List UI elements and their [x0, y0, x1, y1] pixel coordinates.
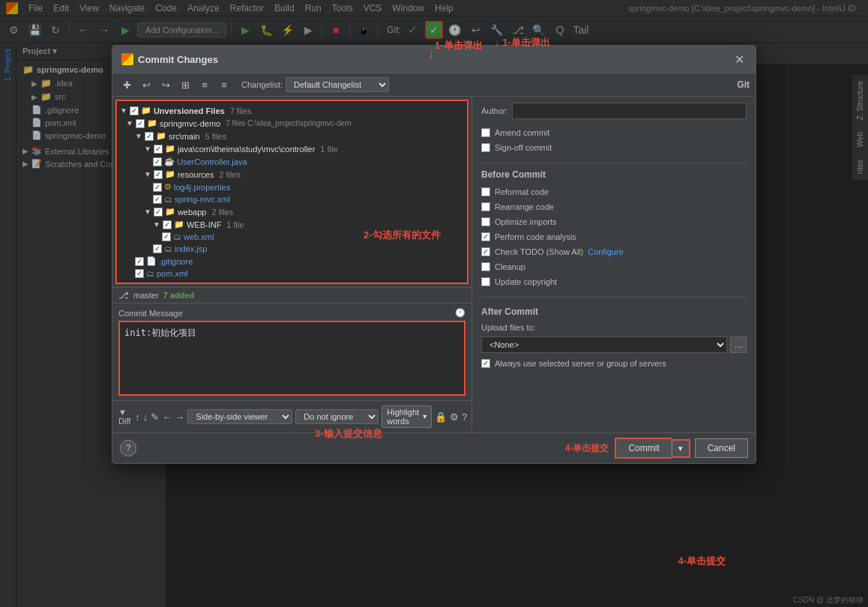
file-item-springmvc[interactable]: ▼ 📁 springmvc-demo 7 files C:\idea_proje…: [117, 117, 467, 130]
commit-msg-clock-icon[interactable]: 🕐: [455, 308, 465, 318]
changelist-label: Changelist:: [241, 80, 283, 89]
webapp-count: 2 files: [211, 208, 233, 217]
checkbox-srcmain[interactable]: [145, 132, 154, 141]
gitignore-label: .gitignore: [159, 257, 193, 266]
perform-code-analysis-checkbox[interactable]: [481, 232, 490, 241]
reformat-row: Reformat code: [481, 186, 747, 198]
commit-msg-label-row: Commit Message 🕐: [118, 308, 465, 318]
file-item-unversioned[interactable]: ▼ 📁 Unversioned Files 7 files: [117, 104, 467, 117]
dlg-collapse-btn[interactable]: ≡: [216, 76, 232, 93]
diff-viewer-select[interactable]: Side-by-side viewer: [187, 409, 292, 424]
optimize-label: Optimize imports: [495, 217, 557, 226]
diff-label: Diff: [118, 417, 130, 426]
srcmain-count: 5 files: [205, 132, 226, 141]
commit-dialog: Commit Changes ✕ ✚ ↩ ↪ ⊞ ≡ ≡ Changelist:…: [112, 45, 756, 464]
checkbox-springmvc[interactable]: [136, 119, 145, 128]
diff-ignore-select[interactable]: Do not ignore: [295, 409, 379, 424]
file-item-index-jsp[interactable]: 🗂 index.jsp: [117, 243, 467, 255]
sign-off-checkbox[interactable]: [481, 143, 490, 152]
diff-right-btn[interactable]: →: [175, 409, 184, 424]
xml-file-icon: 🗂: [164, 195, 172, 204]
checkbox-log4j[interactable]: [153, 183, 162, 192]
file-item-pom-xml[interactable]: 🗂 pom.xml: [117, 268, 467, 280]
usercontroller-label: UserController.java: [177, 157, 247, 166]
file-item-springmvc-xml[interactable]: 🗂 spring-mvc.xml: [117, 193, 467, 205]
configure-link[interactable]: Configure: [588, 247, 624, 256]
dlg-redo-btn[interactable]: ↪: [157, 76, 174, 93]
annotation-step4-label: 4-单击提交: [565, 442, 609, 455]
before-commit-title: Before Commit: [481, 169, 747, 180]
java-count: 1 file: [320, 145, 337, 154]
checkbox-unversioned[interactable]: [130, 106, 139, 115]
branch-icon: ⎇: [118, 290, 129, 301]
checkbox-springmvc-xml[interactable]: [153, 195, 162, 204]
dlg-expand-btn[interactable]: ≡: [196, 76, 213, 93]
file-item-usercontroller[interactable]: ☕ UserController.java: [117, 155, 467, 168]
rearrange-label: Rearrange code: [495, 202, 554, 211]
srcmain-label: src\main: [169, 132, 200, 141]
author-row: Author:: [481, 103, 747, 119]
folder-webinf-icon: 📁: [174, 220, 184, 229]
rearrange-checkbox[interactable]: [481, 202, 490, 211]
cancel-button[interactable]: Cancel: [695, 438, 748, 458]
file-item-java[interactable]: ▼ 📁 java\com\itheima\study\mvc\controlle…: [117, 142, 467, 155]
upload-more-btn[interactable]: …: [730, 336, 747, 353]
checkbox-java[interactable]: [154, 145, 163, 154]
diff-down-btn[interactable]: ↓: [143, 409, 148, 424]
diff-up-btn[interactable]: ↑: [135, 409, 140, 424]
cleanup-checkbox[interactable]: [481, 262, 490, 271]
gitignore-file-icon: 📄: [146, 256, 157, 266]
optimize-checkbox[interactable]: [481, 217, 490, 226]
commit-button[interactable]: Commit: [615, 438, 671, 459]
amend-commit-checkbox[interactable]: [481, 128, 490, 137]
commit-msg-text: init:初始化项目: [124, 327, 196, 338]
diff-lock-icon[interactable]: 🔒: [435, 409, 447, 424]
highlight-words-select[interactable]: Highlight words ▼: [382, 405, 432, 428]
branch-name: master: [133, 291, 159, 300]
dlg-group-btn[interactable]: ⊞: [177, 76, 193, 93]
reformat-checkbox[interactable]: [481, 187, 490, 196]
upload-select[interactable]: <None>: [481, 336, 727, 353]
checkbox-web-xml[interactable]: [162, 232, 171, 241]
file-item-srcmain[interactable]: ▼ 📁 src\main 5 files: [117, 130, 467, 142]
author-input[interactable]: [512, 103, 747, 119]
file-item-webapp[interactable]: ▼ 📁 webapp 2 files: [117, 205, 467, 218]
checkbox-webinf[interactable]: [163, 220, 172, 229]
diff-settings-icon[interactable]: ⚙: [450, 409, 459, 424]
expand-arrow-unversioned: ▼: [120, 106, 127, 115]
expand-arrow-srcmain: ▼: [135, 132, 142, 140]
perform-code-analysis-label: Perform code analysis: [495, 232, 576, 241]
checkbox-resources[interactable]: [154, 170, 163, 179]
pom-xml-label: pom.xml: [157, 269, 188, 278]
file-item-webinf[interactable]: ▼ 📁 WEB-INF 1 file: [117, 218, 467, 231]
dialog-close-button[interactable]: ✕: [732, 52, 747, 67]
checkbox-gitignore[interactable]: [135, 257, 144, 266]
dlg-add-btn[interactable]: ✚: [118, 76, 135, 93]
file-item-web-xml[interactable]: 🗂 web.xml: [117, 231, 467, 243]
checkbox-index-jsp[interactable]: [153, 244, 162, 253]
file-item-log4j[interactable]: ⚙ log4j.properties: [117, 181, 467, 193]
check-todo-checkbox[interactable]: [481, 247, 490, 256]
diff-collapse-icon[interactable]: ▼ Diff: [118, 408, 130, 426]
always-use-checkbox[interactable]: [481, 359, 490, 368]
dlg-undo-btn[interactable]: ↩: [138, 76, 154, 93]
help-button[interactable]: ?: [120, 440, 136, 456]
changelist-dropdown[interactable]: Default Changelist: [286, 77, 389, 92]
checkbox-webapp[interactable]: [154, 208, 163, 217]
checkbox-pom-xml[interactable]: [135, 269, 144, 278]
resources-count: 2 files: [219, 170, 241, 179]
diff-help-icon[interactable]: ?: [462, 409, 467, 424]
diff-edit-btn[interactable]: ✎: [151, 409, 159, 424]
file-item-gitignore[interactable]: 📄 .gitignore: [117, 255, 467, 268]
dialog-right-panel: Author: Amend commit Sign-off commit Bef…: [472, 97, 756, 432]
diff-left-btn[interactable]: ←: [162, 409, 172, 424]
checkbox-usercontroller[interactable]: [153, 157, 162, 166]
file-tree-area: ▼ 📁 Unversioned Files 7 files ▼ 📁 spring…: [115, 100, 468, 284]
commit-dropdown-button[interactable]: ▼: [672, 439, 690, 458]
file-item-resources[interactable]: ▼ 📁 resources 2 files: [117, 168, 467, 181]
sign-off-label: Sign-off commit: [495, 143, 552, 152]
folder-resources-icon: 📁: [165, 169, 175, 179]
update-copyright-checkbox[interactable]: [481, 277, 490, 286]
commit-message-input[interactable]: init:初始化项目: [118, 321, 465, 396]
springmvc-xml-label: spring-mvc.xml: [175, 195, 230, 204]
